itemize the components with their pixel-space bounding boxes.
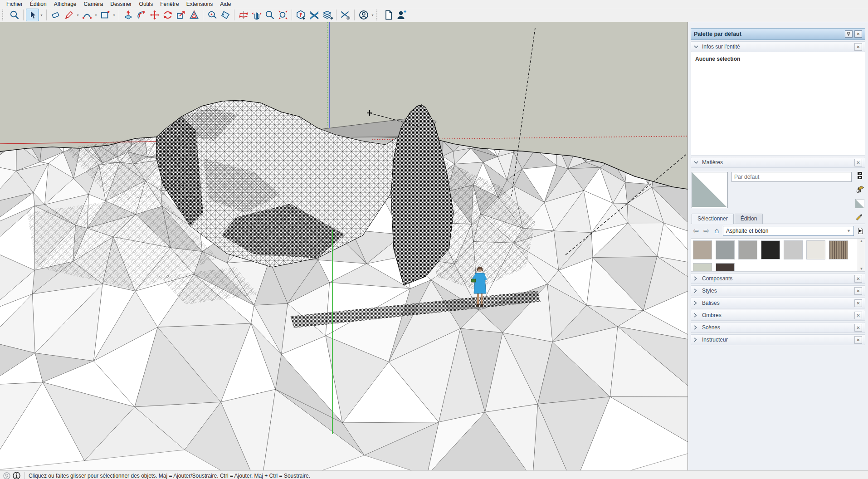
toolbar-separator xyxy=(354,10,355,20)
toolbar-grip[interactable] xyxy=(2,10,5,20)
section-label: Infos sur l'entité xyxy=(702,44,854,50)
pan-icon[interactable] xyxy=(250,9,263,21)
close-icon[interactable]: ✕ xyxy=(854,275,862,283)
create-material-icon[interactable] xyxy=(856,185,864,195)
close-icon[interactable]: ✕ xyxy=(854,287,862,295)
section-composants[interactable]: Composants ✕ xyxy=(691,273,865,284)
scroll-up-icon[interactable]: ▲ xyxy=(860,239,863,243)
info-icon[interactable] xyxy=(13,472,20,479)
rotate-icon[interactable] xyxy=(161,9,174,21)
close-icon[interactable]: ✕ xyxy=(854,159,862,166)
close-icon[interactable]: ✕ xyxy=(854,312,862,319)
orbit-icon[interactable] xyxy=(237,9,250,21)
sample-paint-icon[interactable] xyxy=(855,212,863,222)
zoom-extents-icon[interactable] xyxy=(276,9,289,21)
menu-edition[interactable]: Édition xyxy=(26,0,50,8)
model-viewport[interactable] xyxy=(0,22,688,470)
paint-bucket-icon[interactable] xyxy=(219,9,232,21)
material-name-field[interactable] xyxy=(731,172,852,182)
search-icon[interactable] xyxy=(8,9,21,21)
material-swatch[interactable] xyxy=(738,240,757,259)
close-tray-icon[interactable]: ✕ xyxy=(854,30,862,38)
toolbar-grip[interactable] xyxy=(376,10,379,20)
arc-tool-icon[interactable] xyxy=(80,9,93,21)
menu-affichage[interactable]: Affichage xyxy=(50,0,80,8)
zoom-icon[interactable] xyxy=(263,9,276,21)
section-scenes[interactable]: Scènes ✕ xyxy=(691,322,865,333)
status-bar: Cliquez ou faites glisser pour sélection… xyxy=(0,470,868,479)
section-balises[interactable]: Balises ✕ xyxy=(691,298,865,308)
chevron-right-icon xyxy=(694,337,700,342)
menu-dessiner[interactable]: Dessiner xyxy=(107,0,135,8)
add-location-icon[interactable] xyxy=(294,9,307,21)
chevron-right-icon xyxy=(694,313,700,318)
material-swatch[interactable] xyxy=(716,263,735,272)
section-instructeur[interactable]: Instructeur ✕ xyxy=(691,334,865,345)
eraser-icon[interactable] xyxy=(49,9,62,21)
close-icon[interactable]: ✕ xyxy=(854,324,862,332)
select-tool-button[interactable] xyxy=(26,9,39,21)
secondary-pane-icon[interactable] xyxy=(857,172,863,181)
shapes-options-dropdown[interactable]: ▾ xyxy=(112,9,117,21)
tab-selectionner[interactable]: Sélectionner xyxy=(692,214,734,224)
push-pull-icon[interactable] xyxy=(122,9,135,21)
toolbar-separator xyxy=(336,10,336,20)
move-icon[interactable] xyxy=(148,9,161,21)
arc-options-dropdown[interactable]: ▾ xyxy=(93,9,98,21)
details-menu-icon[interactable] xyxy=(856,227,864,235)
terrain-settings-icon[interactable] xyxy=(339,9,352,21)
chevron-down-icon xyxy=(694,161,700,164)
new-file-icon[interactable] xyxy=(382,9,395,21)
home-icon[interactable]: ⌂ xyxy=(712,227,721,235)
menu-extensions[interactable]: Extensions xyxy=(183,0,217,8)
close-icon[interactable]: ✕ xyxy=(854,43,862,51)
menu-outils[interactable]: Outils xyxy=(136,0,157,8)
drape-icon[interactable] xyxy=(321,9,334,21)
default-material-icon[interactable] xyxy=(855,199,864,210)
account-icon[interactable] xyxy=(357,9,370,21)
material-swatch[interactable] xyxy=(829,240,848,259)
pencil-options-dropdown[interactable]: ▾ xyxy=(75,9,80,21)
material-swatch[interactable] xyxy=(806,240,825,259)
toolbar-separator xyxy=(46,10,47,20)
toolbar: ▾ ▾ ▾ ▾ ▾ xyxy=(0,8,868,22)
close-icon[interactable]: ✕ xyxy=(854,336,862,344)
tape-measure-icon[interactable] xyxy=(205,9,219,21)
forward-icon[interactable]: ⇨ xyxy=(702,227,711,235)
menu-bar: Fichier Édition Affichage Caméra Dessine… xyxy=(0,0,868,8)
menu-aide[interactable]: Aide xyxy=(216,0,234,8)
scale-icon[interactable] xyxy=(174,9,187,21)
pencil-icon[interactable] xyxy=(62,9,75,21)
section-styles[interactable]: Styles ✕ xyxy=(691,285,865,296)
chevron-right-icon xyxy=(694,325,700,330)
close-icon[interactable]: ✕ xyxy=(854,299,862,307)
pin-icon[interactable] xyxy=(845,30,853,38)
section-materials[interactable]: Matières ✕ xyxy=(691,157,865,168)
follow-me-icon[interactable] xyxy=(135,9,148,21)
geolocation-icon[interactable] xyxy=(3,472,10,479)
add-collaborator-icon[interactable] xyxy=(395,9,408,21)
menu-fichier[interactable]: Fichier xyxy=(3,0,26,8)
material-swatch[interactable] xyxy=(784,240,803,259)
offset-icon[interactable] xyxy=(187,9,200,21)
toolbar-separator xyxy=(234,10,234,20)
collection-dropdown[interactable]: Asphalte et béton ▼ xyxy=(723,226,854,236)
menu-camera[interactable]: Caméra xyxy=(80,0,107,8)
section-entity-info[interactable]: Infos sur l'entité ✕ xyxy=(691,41,865,52)
menu-fenetre[interactable]: Fenêtre xyxy=(156,0,182,8)
scroll-down-icon[interactable]: ▼ xyxy=(860,267,863,271)
sandbox-smoove-icon[interactable] xyxy=(307,9,321,21)
shapes-tool-icon[interactable] xyxy=(98,9,112,21)
materials-scrollbar[interactable]: ▲ ▼ xyxy=(858,239,865,271)
material-swatch[interactable] xyxy=(693,263,712,272)
material-swatch[interactable] xyxy=(693,240,712,259)
tray-titlebar[interactable]: Palette par défaut ✕ xyxy=(691,28,865,40)
material-swatch[interactable] xyxy=(716,240,735,259)
chevron-right-icon xyxy=(694,301,700,305)
account-options-dropdown[interactable]: ▾ xyxy=(370,9,375,21)
back-icon[interactable]: ⇦ xyxy=(692,227,700,235)
section-ombres[interactable]: Ombres ✕ xyxy=(691,310,865,321)
select-options-dropdown[interactable]: ▾ xyxy=(39,9,44,21)
tab-edition[interactable]: Édition xyxy=(735,214,763,224)
material-swatch[interactable] xyxy=(761,240,780,259)
